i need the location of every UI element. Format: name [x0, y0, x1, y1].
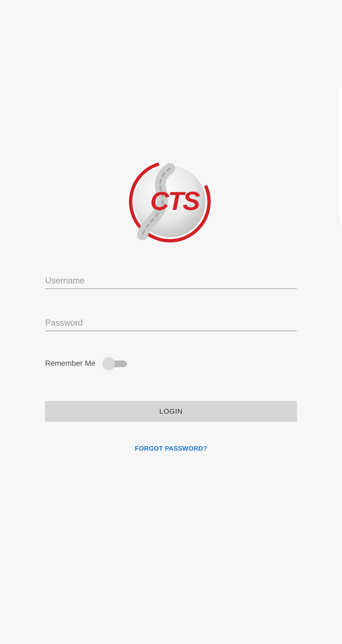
remember-me-toggle[interactable] — [103, 357, 129, 369]
remember-me-label: Remember Me — [45, 359, 95, 368]
cts-logo-icon: CTS — [123, 159, 219, 244]
login-button[interactable]: LOGIN — [45, 401, 297, 421]
logo-wrapper: CTS — [45, 159, 297, 244]
forgot-password-link[interactable]: FORGOT PASSWORD? — [45, 445, 297, 452]
remember-me-row: Remember Me — [45, 357, 297, 369]
username-input[interactable] — [45, 273, 297, 289]
edge-tab[interactable] — [339, 86, 342, 224]
svg-text:CTS: CTS — [150, 186, 200, 216]
toggle-thumb — [103, 357, 115, 370]
login-container: CTS Remember Me LOGIN FORGOT PASSWORD? — [0, 0, 342, 452]
password-input[interactable] — [45, 315, 297, 331]
